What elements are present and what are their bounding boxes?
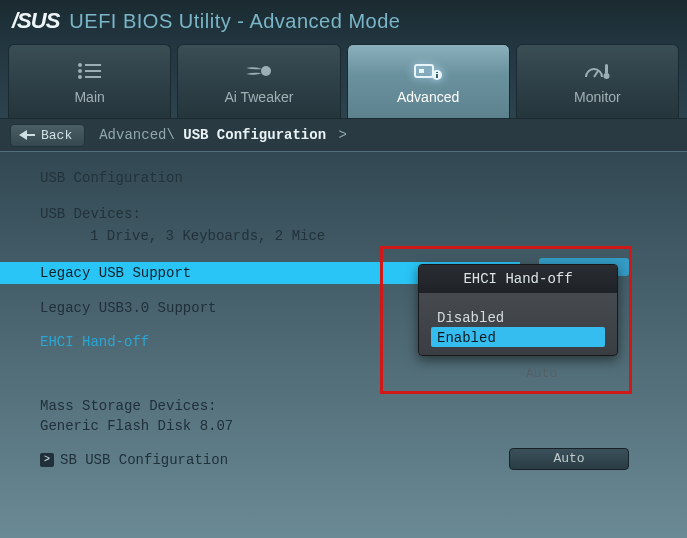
svg-rect-3: [85, 70, 101, 72]
tab-label: Main: [74, 89, 104, 105]
mass-storage-value: Generic Flash Disk 8.07: [0, 416, 687, 436]
ghost-auto-label: Auto: [526, 366, 557, 381]
app-title: UEFI BIOS Utility - Advanced Mode: [69, 10, 400, 33]
gauge-thermometer-icon: [582, 59, 612, 83]
svg-point-14: [604, 73, 610, 79]
ehci-popup: EHCI Hand-off Disabled Enabled: [418, 264, 618, 356]
brand-logo: /SUS: [12, 8, 59, 34]
tab-label: Advanced: [397, 89, 459, 105]
svg-rect-1: [85, 64, 101, 66]
tab-label: Ai Tweaker: [224, 89, 293, 105]
tab-advanced[interactable]: Advanced: [347, 44, 510, 118]
svg-point-4: [78, 75, 82, 79]
comet-icon: [244, 59, 274, 83]
usb-devices-label: USB Devices:: [0, 204, 687, 224]
list-icon: [77, 59, 103, 83]
popup-option-disabled[interactable]: Disabled: [431, 307, 605, 327]
mass-storage-label: Mass Storage Devices:: [0, 396, 687, 416]
header-bar: /SUS UEFI BIOS Utility - Advanced Mode: [0, 0, 687, 40]
popup-title: EHCI Hand-off: [419, 265, 617, 293]
svg-point-2: [78, 69, 82, 73]
usb-devices-value: 1 Drive, 3 Keyboards, 2 Mice: [0, 226, 687, 246]
breadcrumb-root: Advanced\: [99, 127, 175, 143]
breadcrumb-current: USB Configuration: [183, 127, 326, 143]
svg-rect-10: [436, 72, 438, 73]
svg-rect-8: [419, 69, 424, 73]
breadcrumb: Advanced\ USB Configuration >: [99, 127, 347, 143]
breadcrumb-separator: >: [338, 127, 346, 143]
value-auto-button[interactable]: Auto: [509, 448, 629, 470]
svg-rect-5: [85, 76, 101, 78]
svg-point-6: [261, 66, 271, 76]
tab-monitor[interactable]: Monitor: [516, 44, 679, 118]
tab-ai-tweaker[interactable]: Ai Tweaker: [177, 44, 340, 118]
submenu-label: SB USB Configuration: [60, 450, 228, 470]
section-title: USB Configuration: [0, 168, 687, 188]
sub-header: Back Advanced\ USB Configuration >: [0, 118, 687, 152]
back-label: Back: [41, 128, 72, 143]
popup-option-enabled[interactable]: Enabled: [431, 327, 605, 347]
svg-rect-11: [436, 74, 438, 78]
tab-bar: Main Ai Tweaker Advanced Monitor: [0, 40, 687, 118]
svg-line-12: [594, 71, 598, 77]
chip-info-icon: [413, 59, 443, 83]
svg-rect-13: [605, 64, 608, 74]
back-button[interactable]: Back: [10, 124, 85, 147]
tab-main[interactable]: Main: [8, 44, 171, 118]
chevron-right-icon: >: [40, 453, 54, 467]
svg-point-0: [78, 63, 82, 67]
tab-label: Monitor: [574, 89, 621, 105]
arrow-left-icon: [19, 130, 27, 140]
